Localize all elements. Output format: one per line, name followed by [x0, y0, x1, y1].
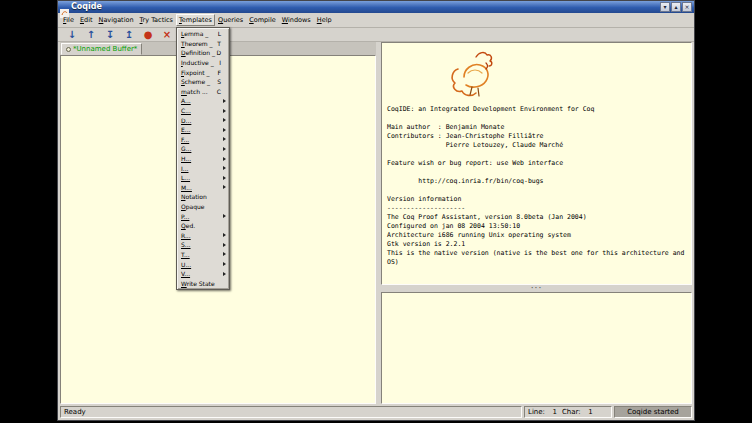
templates-menu-item[interactable]: H... [178, 154, 228, 164]
submenu-arrow-icon [223, 157, 226, 161]
forward-icon[interactable]: ↓ [66, 29, 78, 41]
templates-menu-item[interactable]: Theorem _ T [178, 39, 228, 49]
shortcut-key: S [217, 78, 221, 85]
menu-windows[interactable]: Windows [279, 14, 314, 26]
output-line [387, 168, 691, 177]
line-value: 1 [545, 408, 557, 416]
templates-menu-item[interactable]: Definition _ D [178, 48, 228, 58]
templates-menu-item[interactable]: match ... C [178, 87, 228, 97]
templates-menu-item[interactable]: U... [178, 259, 228, 269]
submenu-arrow-icon [223, 252, 226, 256]
submenu-arrow-icon [223, 214, 226, 218]
tab-unnamed-buffer[interactable]: *Unnamed Buffer* [61, 43, 142, 55]
right-pane: CoqIDE: an Integrated Development Enviro… [381, 42, 692, 404]
templates-menu-item[interactable]: Write State [178, 278, 228, 288]
maximize-button[interactable]: ▴ [671, 2, 681, 12]
output-line: Feature wish or bug report: use Web inte… [387, 159, 691, 168]
output-line: Main author : Benjamin Monate [387, 123, 691, 132]
char-value: 1 [581, 408, 593, 416]
output-line: Contributors : Jean-Christophe Filliâtre [387, 132, 691, 141]
shortcut-key: T [217, 40, 221, 47]
shortcut-key: F [218, 69, 221, 76]
submenu-arrow-icon [223, 262, 226, 266]
line-char-indicator: Line: 1 Char: 1 [524, 406, 612, 418]
templates-menu-item[interactable]: C... [178, 106, 228, 116]
line-label: Line: [528, 408, 545, 416]
templates-menu-item[interactable]: T... [178, 250, 228, 260]
output-line [387, 186, 691, 195]
output-line: CoqIDE: an Integrated Development Enviro… [387, 105, 691, 114]
menu-navigation[interactable]: Navigation [96, 14, 137, 26]
shortcut-key: I [219, 59, 221, 66]
templates-menu-item[interactable]: D... [178, 115, 228, 125]
templates-menu-item[interactable]: Qed. [178, 221, 228, 231]
templates-menu-item[interactable]: Lemma _ L [178, 29, 228, 39]
submenu-arrow-icon [223, 118, 226, 122]
templates-menu-item[interactable]: L... [178, 173, 228, 183]
status-message: Coqide started [614, 406, 692, 418]
templates-menu-item[interactable]: Scheme _ S [178, 77, 228, 87]
output-line: -------------------- [387, 204, 691, 213]
splitter-grip-icon: ··· [531, 285, 543, 292]
submenu-arrow-icon [223, 109, 226, 113]
output-line: OS) [387, 258, 691, 267]
menu-edit[interactable]: Edit [77, 14, 96, 26]
shortcut-key: D [216, 49, 221, 56]
templates-menu-item[interactable]: F... [178, 135, 228, 145]
toolbar: ↓ ↑ ↧ ↥ ● × [58, 28, 694, 42]
window-title: Coqide [71, 1, 102, 13]
submenu-arrow-icon [223, 243, 226, 247]
templates-menu-item[interactable]: G... [178, 144, 228, 154]
shortcut-key: L [218, 30, 221, 37]
templates-menu-item[interactable]: P... [178, 211, 228, 221]
templates-menu-item[interactable]: M... [178, 183, 228, 193]
stop-icon[interactable]: × [161, 29, 173, 41]
char-label: Char: [562, 408, 581, 416]
buffer-status-icon [66, 47, 71, 52]
coqide-window: Coqide ▾ ▴ × File Edit Navigation Try Ta… [57, 0, 695, 421]
templates-menu: Lemma _ L Theorem _ T Definition _ D [176, 27, 230, 290]
templates-menu-item[interactable]: E... [178, 125, 228, 135]
horizontal-splitter[interactable]: ··· [381, 285, 692, 292]
templates-menu-item[interactable]: Opaque [178, 202, 228, 212]
goal-panel[interactable]: CoqIDE: an Integrated Development Enviro… [381, 42, 692, 285]
submenu-arrow-icon [223, 147, 226, 151]
output-line [387, 150, 691, 159]
close-button[interactable]: × [682, 2, 692, 12]
coq-rooster-logo [446, 47, 502, 99]
submenu-arrow-icon [223, 137, 226, 141]
submenu-arrow-icon [223, 166, 226, 170]
tab-label: *Unnamed Buffer* [73, 45, 137, 53]
output-line: Version information [387, 195, 691, 204]
app-icon [60, 3, 69, 12]
output-line: Architecture i686 running Unix operating… [387, 231, 691, 240]
templates-menu-item[interactable]: I... [178, 163, 228, 173]
message-panel[interactable] [381, 292, 692, 404]
menu-compile[interactable]: Compile [246, 14, 279, 26]
interrupt-icon[interactable]: ● [142, 29, 154, 41]
menu-file[interactable]: File [60, 14, 77, 26]
output-line: Pierre Letouzey, Claude Marché [387, 141, 691, 150]
templates-menu-item[interactable]: Notation [178, 192, 228, 202]
menu-help[interactable]: Help [314, 14, 335, 26]
backward-icon[interactable]: ↑ [85, 29, 97, 41]
submenu-arrow-icon [223, 176, 226, 180]
templates-menu-item[interactable]: Inductive _ I [178, 58, 228, 68]
menu-queries[interactable]: Queries [215, 14, 246, 26]
templates-menu-item[interactable]: S... [178, 240, 228, 250]
templates-menu-item[interactable]: Fixpoint _ F [178, 67, 228, 77]
templates-menu-item[interactable]: V... [178, 269, 228, 279]
status-text: Ready [60, 406, 522, 418]
menu-try-tactics[interactable]: Try Tactics [137, 14, 176, 26]
minimize-button[interactable]: ▾ [660, 2, 670, 12]
welcome-text: CoqIDE: an Integrated Development Enviro… [382, 105, 691, 267]
output-line: Configured on jan 08 2004 13:50:10 [387, 222, 691, 231]
templates-menu-item[interactable]: A... [178, 96, 228, 106]
go-to-cursor-icon[interactable]: ↧ [104, 29, 116, 41]
menu-templates[interactable]: Templates [176, 14, 215, 26]
submenu-arrow-icon [223, 185, 226, 189]
go-to-start-icon[interactable]: ↥ [123, 29, 135, 41]
templates-menu-item[interactable]: R... [178, 230, 228, 240]
submenu-arrow-icon [223, 99, 226, 103]
titlebar[interactable]: Coqide ▾ ▴ × [58, 1, 694, 13]
